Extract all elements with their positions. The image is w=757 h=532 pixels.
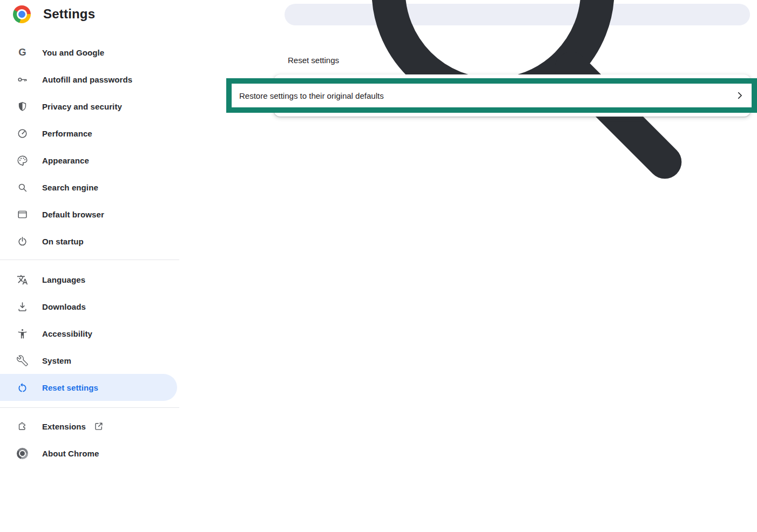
- sidebar-item-appearance[interactable]: Appearance: [0, 147, 177, 174]
- search-input[interactable]: [747, 10, 749, 19]
- restore-settings-row[interactable]: Restore settings to their original defau…: [232, 84, 752, 107]
- palette-icon: [16, 154, 29, 167]
- speedometer-icon: [16, 127, 29, 140]
- sidebar-divider: [0, 260, 179, 260]
- power-icon: [16, 235, 29, 248]
- sidebar-item-label: Languages: [42, 275, 85, 284]
- browser-window-icon: [16, 208, 29, 221]
- page-title: Settings: [43, 6, 95, 22]
- sidebar-item-label: Autofill and passwords: [42, 75, 132, 84]
- search-bar[interactable]: [285, 4, 750, 25]
- sidebar-item-downloads[interactable]: Downloads: [0, 293, 177, 320]
- chrome-settings-page: Settings G You and Google Autofill and p…: [0, 0, 757, 532]
- sidebar-item-label: On startup: [42, 237, 84, 246]
- accessibility-icon: [16, 327, 29, 340]
- download-icon: [16, 300, 29, 313]
- sidebar-item-performance[interactable]: Performance: [0, 120, 177, 147]
- google-g-icon: G: [16, 46, 29, 59]
- wrench-icon: [16, 354, 29, 367]
- sidebar-item-search-engine[interactable]: Search engine: [0, 174, 177, 201]
- sidebar-item-label: Search engine: [42, 183, 98, 192]
- puzzle-icon: [16, 420, 29, 433]
- sidebar-item-reset-settings[interactable]: Reset settings: [0, 374, 177, 401]
- external-link-icon: [93, 421, 104, 432]
- sidebar-item-label: Reset settings: [42, 383, 98, 392]
- annotation-highlight-box: Restore settings to their original defau…: [226, 78, 757, 113]
- sidebar-item-default-browser[interactable]: Default browser: [0, 201, 177, 228]
- sidebar-item-languages[interactable]: Languages: [0, 266, 177, 293]
- sidebar-item-label: Appearance: [42, 156, 89, 165]
- sidebar-item-label: Downloads: [42, 302, 86, 311]
- sidebar-item-about-chrome[interactable]: About Chrome: [0, 440, 177, 467]
- restore-settings-row-label: Restore settings to their original defau…: [239, 91, 384, 100]
- sidebar-item-you-and-google[interactable]: G You and Google: [0, 39, 177, 66]
- sidebar-item-on-startup[interactable]: On startup: [0, 228, 177, 255]
- shield-icon: [16, 100, 29, 113]
- sidebar-item-system[interactable]: System: [0, 347, 177, 374]
- sidebar-item-extensions[interactable]: Extensions: [0, 413, 177, 440]
- sidebar-item-label: About Chrome: [42, 449, 99, 458]
- sidebar-item-privacy-and-security[interactable]: Privacy and security: [0, 93, 177, 120]
- translate-icon: [16, 273, 29, 286]
- sidebar-item-autofill-and-passwords[interactable]: Autofill and passwords: [0, 66, 177, 93]
- chrome-logo-icon: [13, 5, 31, 23]
- magnifier-icon: [16, 181, 29, 194]
- sidebar-item-label: Accessibility: [42, 329, 92, 338]
- chrome-gray-icon: [16, 447, 29, 460]
- settings-sidebar: G You and Google Autofill and passwords …: [0, 39, 179, 467]
- sidebar-divider: [0, 407, 179, 408]
- sidebar-item-label: System: [42, 356, 71, 365]
- sidebar-item-label: Performance: [42, 129, 92, 138]
- key-icon: [16, 73, 29, 86]
- sidebar-item-label: You and Google: [42, 48, 104, 57]
- section-heading: Reset settings: [288, 56, 339, 65]
- chevron-right-icon: [734, 90, 745, 101]
- svg-text:G: G: [18, 47, 26, 58]
- sidebar-item-label: Privacy and security: [42, 102, 122, 111]
- sidebar-item-accessibility[interactable]: Accessibility: [0, 320, 177, 347]
- reset-icon: [16, 381, 29, 394]
- search-icon: [293, 0, 741, 238]
- sidebar-item-label: Extensions: [42, 422, 86, 431]
- sidebar-item-label: Default browser: [42, 210, 104, 219]
